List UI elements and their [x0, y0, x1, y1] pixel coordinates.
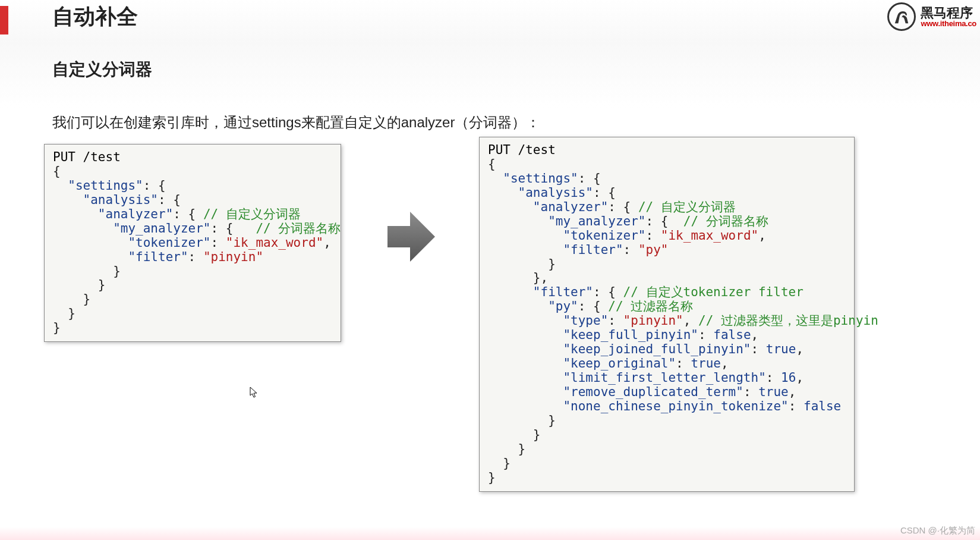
code-block-left: PUT /test { "settings": { "analysis": { … [44, 144, 341, 342]
accent-bar [0, 6, 8, 34]
watermark-text: CSDN @·化繁为简 [900, 525, 975, 536]
code-block-right: PUT /test { "settings": { "analysis": { … [479, 137, 855, 492]
horse-icon [887, 2, 916, 31]
intro-text: 我们可以在创建索引库时，通过settings来配置自定义的analyzer（分词… [52, 113, 540, 132]
arrow-right-icon [386, 207, 436, 266]
logo-cn-text: 黑马程序 [921, 7, 976, 20]
cursor-icon [250, 387, 258, 398]
request-line-right: PUT /test [488, 143, 556, 157]
request-line: PUT /test [53, 150, 121, 164]
decorative-wave [0, 527, 980, 540]
page-title: 自动补全 [52, 2, 138, 32]
logo-url-text: www.itheima.co [921, 20, 976, 27]
section-subtitle: 自定义分词器 [52, 58, 152, 81]
brand-logo: 黑马程序 www.itheima.co [887, 2, 976, 31]
